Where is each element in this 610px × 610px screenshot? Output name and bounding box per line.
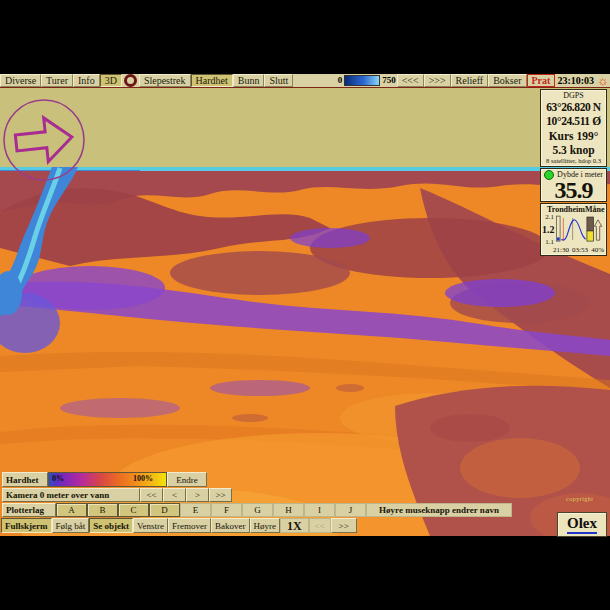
hardness-scale-slider[interactable]: 0% 100% [48,472,167,487]
plotter-layer-f[interactable]: F [211,503,242,517]
tide-panel[interactable]: Trondheim Måne 2.1 1.2 1.1 [540,203,607,256]
gps-course: Kurs 199° [541,129,606,143]
menu-info[interactable]: Info [73,74,100,87]
camera-down-fast-button[interactable]: << [140,488,163,502]
scale-back-button[interactable]: <<< [397,74,424,87]
hardness-min-label: 0% [52,474,64,484]
sounder-status-icon [544,170,554,180]
plotter-layer-d[interactable]: D [149,503,180,517]
fullscreen-button[interactable]: Fullskjerm [1,518,52,533]
plotter-label: Plotterlag [2,503,56,517]
nav-row: Fullskjerm Følg båt Se objekt Venstre Fr… [1,518,357,533]
copyright-watermark: copyright [566,496,594,502]
menubar: Diverse Turer Info 3D Slepestrek Hardhet… [0,74,610,88]
depth-scale-min: 0 [337,74,344,87]
depth-panel[interactable]: Dybde i meter 35.9 [540,168,607,202]
turn-left-button[interactable]: Venstre [133,518,168,533]
menu-3d[interactable]: 3D [100,74,122,87]
moon-phase-gauge [586,214,605,246]
terrain-render [0,88,610,536]
gps-latitude: 63°26.820 N [541,100,606,114]
tide-tick-now: 1.2 [542,225,554,235]
gps-satellites: 8 satellitter, hdop 0.3 [541,157,606,166]
camera-row: Kamera 0 meter over vann << < > >> [2,488,232,502]
move-forward-button[interactable]: Fremover [168,518,211,533]
gps-longitude: 10°24.511 Ø [541,114,606,128]
tide-tick-low: 1.1 [542,239,554,246]
scale-forward-button[interactable]: >>> [424,74,451,87]
menu-diverse[interactable]: Diverse [0,74,41,87]
turn-right-button[interactable]: Høyre [250,518,281,533]
plotter-layer-a[interactable]: A [56,503,87,517]
day-night-icon[interactable]: ☼ [596,74,610,87]
camera-up-fast-button[interactable]: >> [209,488,232,502]
menu-bunn[interactable]: Bunn [233,74,265,87]
seabed-3d-view[interactable] [0,88,610,536]
record-icon[interactable] [124,74,137,87]
depth-scale-max: 750 [381,74,397,87]
menu-turer[interactable]: Turer [41,74,73,87]
info-sidebar: DGPS 63°26.820 N 10°24.511 Ø Kurs 199° 5… [540,89,607,257]
camera-down-button[interactable]: < [163,488,186,502]
hardness-max-label: 100% [133,474,153,484]
move-backward-button[interactable]: Bakover [211,518,250,533]
see-object-button[interactable]: Se objekt [89,518,133,533]
camera-height-label: Kamera 0 meter over vann [2,488,140,502]
plotter-layer-c[interactable]: C [118,503,149,517]
speed-faster-button[interactable]: >> [331,518,357,533]
tide-curve-chart [555,214,586,246]
menu-relieff[interactable]: Relieff [451,74,489,87]
menubar-spacer [293,74,336,87]
follow-boat-button[interactable]: Følg båt [52,518,90,533]
menu-bokser[interactable]: Bokser [488,74,526,87]
olex-application: Diverse Turer Info 3D Slepestrek Hardhet… [0,0,610,610]
menu-slutt[interactable]: Slutt [264,74,293,87]
moon-percent: 40% [591,246,604,254]
tide-tick-high: 2.1 [542,214,554,221]
gps-panel[interactable]: DGPS 63°26.820 N 10°24.511 Ø Kurs 199° 5… [540,89,607,167]
plotter-layer-j[interactable]: J [335,503,366,517]
plotter-layer-g[interactable]: G [242,503,273,517]
plotter-layer-h[interactable]: H [273,503,304,517]
clock: 23:10:03 [555,74,596,87]
hardness-label: Hardhet [2,472,48,487]
plotter-layer-i[interactable]: I [304,503,335,517]
moon-label: Måne [585,205,605,214]
speed-indicator: 1X [280,518,309,533]
olex-logo-text: Olex [567,516,597,534]
tide-axis: 2.1 1.2 1.1 [542,214,555,246]
plotter-row: Plotterlag A B C D E F G H I J Høyre mus… [2,503,512,517]
olex-logo: Olex [557,512,607,537]
hardness-row: Hardhet 0% 100% Endre [2,472,207,487]
tide-time-high: 03:53 [572,246,588,254]
heading-arrow-icon [2,98,86,186]
menu-hardhet[interactable]: Hardhet [191,74,233,87]
depth-value: 35.9 [541,180,606,201]
depth-colorbar[interactable] [344,75,380,86]
camera-up-button[interactable]: > [186,488,209,502]
tide-time-low: 21:30 [553,246,569,254]
plotter-layer-e[interactable]: E [180,503,211,517]
speed-slower-button[interactable]: << [309,518,331,533]
hardness-edit-button[interactable]: Endre [167,472,207,487]
plotter-hint: Høyre museknapp endrer navn [366,503,512,517]
menu-slepestrek[interactable]: Slepestrek [139,74,191,87]
menu-prat[interactable]: Prat [527,74,556,87]
plotter-layer-b[interactable]: B [87,503,118,517]
gps-speed: 5.3 knop [541,143,606,157]
gps-title: DGPS [541,90,606,100]
